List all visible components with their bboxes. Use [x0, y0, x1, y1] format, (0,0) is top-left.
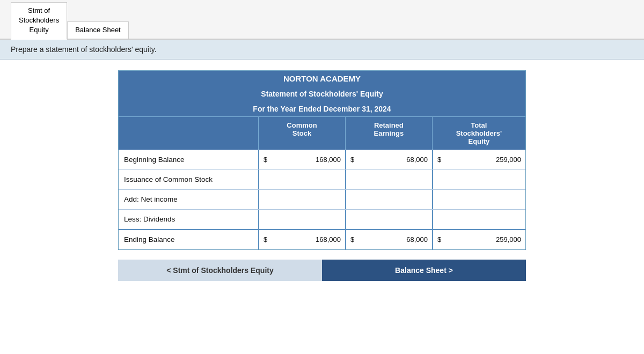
tab-stmt-label: Stmt ofStockholdersEquity	[19, 6, 59, 34]
ending-common-dollar: $	[264, 235, 267, 244]
row-beginning-total: $ 259,000	[432, 150, 525, 169]
row-dividends: Less: Dividends	[119, 209, 525, 229]
page-wrapper: Stmt ofStockholdersEquity Balance Sheet …	[0, 0, 644, 354]
row-net-income-retained	[345, 190, 432, 209]
tab-stmt[interactable]: Stmt ofStockholdersEquity	[11, 2, 67, 40]
chevron-right-icon	[449, 266, 453, 275]
ending-total-value: 259,000	[443, 235, 521, 244]
row-beginning: Beginning Balance $ 168,000 $ 68,000 $ 2…	[119, 150, 525, 169]
row-ending: Ending Balance $ 168,000 $ 68,000 $ 259,…	[119, 229, 525, 249]
row-beginning-common: $ 168,000	[258, 150, 345, 169]
prev-button[interactable]: Stmt of Stockholders Equity	[118, 260, 322, 281]
beginning-retained-value: 68,000	[356, 156, 428, 164]
row-ending-total: $ 259,000	[432, 230, 525, 249]
next-button[interactable]: Balance Sheet	[322, 260, 526, 281]
beginning-retained-dollar: $	[350, 156, 354, 164]
prev-button-label: Stmt of Stockholders Equity	[173, 266, 273, 275]
beginning-common-dollar: $	[264, 156, 267, 164]
col-common-header: CommonStock	[258, 117, 345, 150]
row-beginning-label: Beginning Balance	[119, 152, 258, 167]
chevron-left-icon	[166, 266, 173, 275]
tab-bar: Stmt ofStockholdersEquity Balance Sheet	[0, 0, 644, 40]
col-retained-header: RetainedEarnings	[345, 117, 432, 150]
ending-total-dollar: $	[437, 235, 441, 244]
row-net-income-total	[432, 190, 525, 209]
ending-common-value: 168,000	[269, 235, 341, 244]
beginning-total-dollar: $	[437, 156, 441, 164]
row-ending-retained: $ 68,000	[345, 230, 432, 249]
ending-retained-value: 68,000	[356, 235, 428, 244]
row-dividends-common	[258, 210, 345, 229]
ending-retained-dollar: $	[350, 235, 354, 244]
next-button-label: Balance Sheet	[395, 266, 447, 275]
row-issuance-total	[432, 170, 525, 189]
row-net-income: Add: Net income	[119, 189, 525, 209]
row-net-income-common	[258, 190, 345, 209]
row-issuance-common	[258, 170, 345, 189]
row-dividends-total	[432, 210, 525, 229]
column-header-row: CommonStock RetainedEarnings TotalStockh…	[119, 116, 525, 150]
main-content: NORTON ACADEMY Statement of Stockholders…	[0, 60, 644, 292]
tab-balance-label: Balance Sheet	[75, 26, 121, 34]
row-ending-common: $ 168,000	[258, 230, 345, 249]
statement-title: Statement of Stockholders' Equity	[119, 86, 525, 101]
row-dividends-label: Less: Dividends	[119, 212, 258, 226]
beginning-common-value: 168,000	[269, 156, 341, 164]
row-net-income-label: Add: Net income	[119, 192, 258, 206]
tab-balance[interactable]: Balance Sheet	[67, 21, 129, 38]
row-issuance-label: Issuance of Common Stock	[119, 172, 258, 187]
row-beginning-retained: $ 68,000	[345, 150, 432, 169]
row-ending-label: Ending Balance	[119, 232, 258, 247]
col-label-header	[119, 117, 258, 150]
row-dividends-retained	[345, 210, 432, 229]
financial-table: NORTON ACADEMY Statement of Stockholders…	[118, 70, 526, 250]
beginning-total-value: 259,000	[443, 156, 521, 164]
nav-buttons: Stmt of Stockholders Equity Balance Shee…	[118, 260, 526, 281]
instruction-text: Prepare a statement of stockholders' equ…	[11, 45, 157, 54]
company-name: NORTON ACADEMY	[119, 71, 525, 86]
instruction-bar: Prepare a statement of stockholders' equ…	[0, 40, 644, 60]
row-issuance-retained	[345, 170, 432, 189]
row-issuance: Issuance of Common Stock	[119, 169, 525, 189]
col-total-header: TotalStockholders'Equity	[432, 117, 525, 150]
date-line: For the Year Ended December 31, 2024	[119, 101, 525, 116]
